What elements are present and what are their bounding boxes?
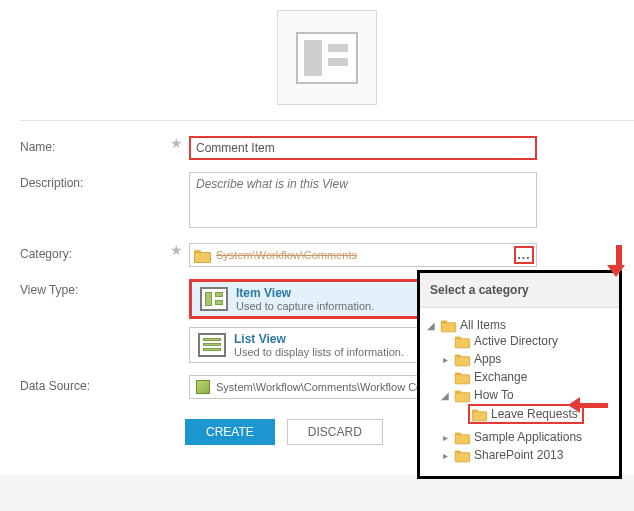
item-view-icon [200, 287, 228, 311]
folder-icon [194, 249, 210, 262]
tree-label: Exchange [474, 370, 527, 384]
category-browse-button[interactable]: ... [514, 246, 534, 264]
folder-icon [455, 335, 469, 347]
collapse-icon[interactable]: ◢ [426, 320, 436, 331]
create-button[interactable]: CREATE [185, 419, 275, 445]
tree-node[interactable]: ▸ Active Directory [440, 334, 615, 348]
folder-icon [455, 353, 469, 365]
expand-icon[interactable]: ▸ [440, 354, 450, 365]
folder-icon [472, 408, 486, 420]
tree-node-all-items[interactable]: ◢ All Items [426, 318, 615, 332]
tree-label: Active Directory [474, 334, 558, 348]
label-description: Description: [20, 172, 170, 190]
tree-node[interactable]: ▸ SharePoint 2013 [440, 448, 615, 462]
label-category: Category: [20, 243, 170, 261]
tree-label: Sample Applications [474, 430, 582, 444]
tree-label: All Items [460, 318, 506, 332]
viewtype-item-sub: Used to capture information. [236, 300, 374, 312]
popup-title: Select a category [420, 273, 619, 308]
tree-label: SharePoint 2013 [474, 448, 563, 462]
annotation-arrow-down-icon [613, 245, 625, 277]
name-input[interactable] [189, 136, 537, 160]
tree-label: Apps [474, 352, 501, 366]
label-viewtype: View Type: [20, 279, 170, 297]
required-star-icon: ★ [170, 243, 183, 257]
folder-icon [455, 431, 469, 443]
required-star-icon: ★ [170, 136, 183, 150]
tree-node[interactable]: ▸ Exchange [440, 370, 615, 384]
folder-icon [441, 319, 455, 331]
discard-button[interactable]: DISCARD [287, 419, 383, 445]
datasource-value: System\Workflow\Comments\Workflow Co [216, 381, 422, 393]
category-value: System\Workflow\Comments [216, 249, 508, 261]
category-field[interactable]: System\Workflow\Comments ... [189, 243, 537, 267]
folder-icon [455, 449, 469, 461]
folder-icon [455, 371, 469, 383]
expand-icon[interactable]: ▸ [440, 432, 450, 443]
tree-node[interactable]: ▸ Sample Applications [440, 430, 615, 444]
label-datasource: Data Source: [20, 375, 170, 393]
category-tree: ◢ All Items ▸ Active Directory ▸ Apps [420, 308, 619, 476]
collapse-icon[interactable]: ◢ [440, 390, 450, 401]
view-thumbnail [20, 10, 634, 115]
tree-label: Leave Requests [491, 407, 578, 421]
viewtype-list-title: List View [234, 332, 404, 346]
category-picker-popup: Select a category ◢ All Items ▸ Active D… [417, 270, 622, 479]
expand-icon[interactable]: ▸ [440, 450, 450, 461]
tree-label: How To [474, 388, 514, 402]
description-input[interactable] [189, 172, 537, 228]
folder-icon [455, 389, 469, 401]
list-view-icon [198, 333, 226, 357]
viewtype-item-title: Item View [236, 286, 374, 300]
smartobject-icon [196, 380, 210, 394]
viewtype-list-sub: Used to display lists of information. [234, 346, 404, 358]
annotation-arrow-left-icon [568, 397, 608, 413]
label-name: Name: [20, 136, 170, 154]
tree-node[interactable]: ▸ Apps [440, 352, 615, 366]
